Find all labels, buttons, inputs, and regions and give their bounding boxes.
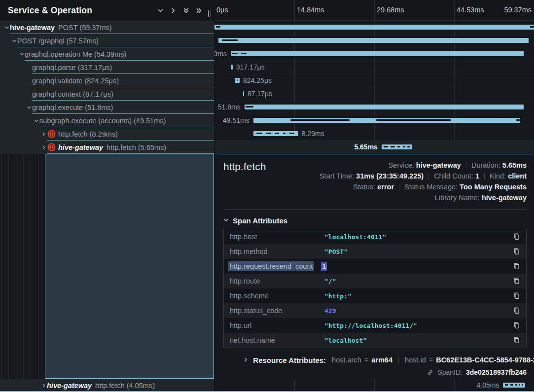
span-bar[interactable] — [214, 25, 534, 30]
chevron-right-icon[interactable] — [40, 383, 47, 388]
error-icon — [47, 130, 56, 138]
tree-row[interactable]: http.fetch (8.29ms) — [0, 127, 214, 141]
span-attributes-header[interactable]: Span Attributes — [223, 215, 527, 225]
span-bar[interactable] — [503, 383, 525, 388]
indent-guide — [31, 154, 31, 379]
timeline-row[interactable]: 87.17μs — [214, 87, 534, 101]
metadata-value: error — [377, 183, 394, 191]
attribute-row[interactable]: http.url"http://localhost:4011/" — [224, 318, 526, 333]
indent-guide — [8, 154, 9, 379]
copy-icon[interactable] — [513, 248, 520, 255]
indent-guide — [23, 154, 24, 379]
metadata-label: Duration: — [471, 161, 502, 169]
span-bar[interactable] — [235, 78, 240, 83]
chevron-right-icon — [223, 348, 249, 372]
copy-icon[interactable] — [513, 336, 520, 344]
span-attributes-table: http.host"localhost:4011"http.method"POS… — [223, 229, 527, 348]
attribute-row[interactable]: http.host"localhost:4011" — [224, 229, 526, 244]
attribute-key: http.route — [230, 277, 324, 285]
tree-row[interactable]: graphql.operation Me (54.39ms) — [0, 47, 214, 61]
timeline-row[interactable]: 824.25μs — [214, 74, 534, 87]
metadata-value: hive-gateway — [482, 194, 527, 202]
copy-icon[interactable] — [513, 277, 520, 285]
attribute-row[interactable]: http.scheme"http:" — [224, 288, 526, 303]
span-bar[interactable] — [382, 144, 412, 149]
span-label: graphql.validate (824.25μs) — [32, 77, 119, 85]
panel-resize-handle[interactable] — [208, 10, 211, 17]
tree-row[interactable]: hive-gatewayhttp.fetch (5.65ms) — [0, 141, 214, 154]
metadata-label: Start Time: — [320, 172, 356, 180]
span-bar[interactable] — [253, 118, 520, 123]
attribute-row[interactable]: http.route"/" — [224, 274, 526, 288]
attribute-row[interactable]: net.host.name"localhost" — [224, 333, 526, 348]
tree-row[interactable]: graphql.execute (51.8ms) — [0, 101, 214, 114]
resource-value: arm64 — [371, 356, 392, 364]
chevron-down-icon[interactable] — [26, 105, 32, 110]
copy-icon[interactable] — [513, 321, 520, 329]
tree-row[interactable]: graphql.context (87.17μs) — [0, 87, 214, 101]
metadata-value: 5.65ms — [502, 161, 527, 169]
timeline-row[interactable]: 8.29ms — [214, 127, 534, 141]
timeline-row[interactable]: 4.05ms — [214, 379, 534, 391]
double-chevron-right-icon[interactable] — [192, 4, 205, 17]
double-chevron-down-icon[interactable] — [179, 4, 192, 17]
chevron-right-icon[interactable] — [40, 132, 47, 137]
copy-icon[interactable] — [513, 292, 520, 300]
attribute-value: "localhost" — [324, 337, 513, 344]
tree-row[interactable]: graphql.parse (317.17μs) — [0, 61, 214, 74]
chevron-down-icon[interactable] — [11, 38, 17, 43]
span-bar[interactable] — [218, 38, 529, 43]
timeline-row[interactable]: 57.57ms — [214, 34, 534, 47]
child-span-mark — [510, 384, 513, 386]
attribute-value: "http://localhost:4011/" — [324, 322, 513, 329]
divider — [428, 173, 429, 179]
child-span-mark — [222, 39, 237, 41]
link-icon[interactable] — [427, 369, 434, 376]
metadata-label: Service: — [388, 161, 416, 169]
timeline-row[interactable]: 51.8ms — [214, 101, 534, 114]
tree-row[interactable]: POST /graphql (57.57ms) — [0, 34, 214, 47]
timeline-row[interactable]: 54.39ms — [214, 47, 534, 61]
attribute-row[interactable]: http.method"POST" — [224, 244, 526, 259]
chevron-down-icon[interactable] — [154, 4, 167, 17]
chevron-right-icon[interactable] — [40, 145, 47, 150]
chevron-right-icon[interactable] — [167, 4, 179, 17]
metadata-label: Status: — [353, 183, 377, 191]
copy-icon[interactable] — [513, 262, 520, 270]
attribute-row[interactable]: http.status_code429 — [224, 303, 526, 318]
chevron-down-icon[interactable] — [33, 118, 39, 123]
child-span-mark — [216, 26, 220, 28]
span-bar[interactable] — [231, 65, 232, 70]
timeline-row[interactable]: 317.17μs — [214, 61, 534, 74]
metadata-value: 1 — [475, 172, 479, 180]
child-span-mark — [522, 384, 524, 386]
copy-icon[interactable] — [513, 233, 520, 241]
chevron-down-icon[interactable] — [3, 25, 10, 30]
timeline-row[interactable]: 59.37ms — [214, 21, 534, 34]
timeline-row[interactable]: 5.65ms — [214, 141, 534, 154]
selected-span-highlight — [45, 154, 214, 379]
resource-attributes-title: Resource Attributes: — [253, 356, 326, 364]
span-bar[interactable] — [253, 131, 298, 136]
span-bar[interactable] — [243, 91, 244, 96]
child-span-mark — [515, 384, 517, 386]
attribute-value: "POST" — [324, 248, 513, 255]
tree-row[interactable]: subgraph.execute (accounts) (49.51ms) — [0, 114, 214, 127]
child-span-mark — [407, 146, 409, 147]
attribute-row[interactable]: http.request.resend_count1 — [224, 259, 526, 274]
tree-row[interactable]: graphql.validate (824.25μs) — [0, 74, 214, 87]
divider — [223, 209, 527, 210]
resource-attributes-header[interactable]: Resource Attributes: host.arch=arm64host… — [223, 354, 527, 366]
tree-row[interactable]: hive-gatewayhttp.fetch (4.05ms) — [0, 379, 214, 391]
timeline-row[interactable]: 49.51ms — [214, 114, 534, 127]
chevron-down-icon[interactable] — [18, 52, 25, 57]
indent-guide — [16, 154, 16, 379]
resource-value: BC62E13B-C4CC-5854-9788-2568… — [436, 356, 534, 364]
span-bar[interactable] — [245, 105, 524, 109]
attribute-value: "localhost:4011" — [324, 233, 513, 241]
resource-key: host.arch — [332, 356, 361, 364]
span-bar[interactable] — [231, 51, 524, 56]
tree-row[interactable]: hive-gatewayPOST (59.37ms) — [0, 21, 214, 34]
copy-icon[interactable] — [513, 307, 520, 315]
metadata-value: client — [508, 172, 527, 180]
